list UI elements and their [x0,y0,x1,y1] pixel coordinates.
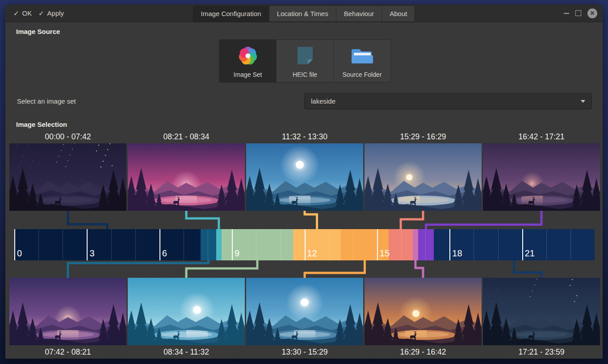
hour-tick [135,229,136,260]
wallpaper-thumbnail[interactable] [365,143,482,211]
maximize-icon[interactable] [575,10,581,16]
lakeside-scene [9,278,126,345]
timeline-connector [305,211,317,229]
hour-tick [353,229,353,260]
hour-tick [38,229,39,260]
hour-label: 15 [380,248,390,259]
wallpaper-thumbnail[interactable] [365,278,482,345]
hour-label: 3 [89,248,94,259]
hour-tick [546,229,547,260]
hour-tick [232,229,233,260]
timeline-connector [426,211,542,229]
sun [412,310,419,317]
sun [296,161,304,169]
timeline-connector [68,260,208,278]
hour-tick [570,229,571,260]
apply-button[interactable]: ✓ Apply [36,4,67,22]
hour-label: 21 [525,248,535,259]
time-range-label: 00:00 - 07:42 [9,131,126,142]
hour-tick [522,229,523,260]
lakeside-scene [246,143,363,211]
image-set-icon [236,44,260,67]
close-icon[interactable]: ✕ [587,8,597,18]
source-folder-icon [350,44,374,67]
source-button-label: Image Set [234,71,262,78]
hour-tick [449,229,450,260]
ok-button-label: OK [22,9,32,17]
lakeside-scene [128,143,245,211]
minimize-icon[interactable] [564,13,569,14]
app-window: ✓ OK ✓ Apply Image ConfigurationLocation… [5,4,603,359]
source-button-source-folder[interactable]: Source Folder [334,40,390,82]
time-range-label: 08:21 - 08:34 [128,131,245,142]
timeline-segment [418,229,434,260]
image-set-dropdown[interactable]: lakeside [304,93,592,109]
hour-tick [305,229,306,260]
check-icon: ✓ [13,9,19,17]
tab-location-times[interactable]: Location & Times [269,6,336,21]
lakeside-scene [365,278,482,345]
sun [193,306,201,314]
titlebar: ✓ OK ✓ Apply Image ConfigurationLocation… [5,4,603,22]
timeline-connector [401,211,423,229]
tab-image-configuration[interactable]: Image Configuration [193,6,269,21]
heic-file-icon [294,44,317,67]
hour-tick [159,229,160,260]
time-range-label: 16:29 - 16:42 [365,347,482,357]
timeline-segment [201,229,216,260]
tab-about[interactable]: About [382,6,415,21]
wallpaper-thumbnail[interactable] [128,143,245,211]
lakeside-scene [9,143,126,211]
hour-tick [401,229,402,260]
timeline-segment [413,229,418,260]
check-icon: ✓ [38,9,44,17]
image-source-heading: Image Source [16,28,60,35]
tab-bar: Image ConfigurationLocation & TimesBehav… [193,5,415,22]
hour-tick [111,229,112,260]
timeline-connector [305,260,365,278]
hour-tick [14,229,15,260]
source-button-heic-file[interactable]: HEIC file [277,40,334,82]
hour-label: 0 [17,248,22,259]
timeline-connector [186,260,257,278]
hour-tick [87,229,88,260]
wallpaper-thumbnail[interactable] [483,143,600,211]
wallpaper-thumbnail[interactable] [128,278,245,345]
time-range-label: 07:42 - 08:21 [9,347,126,357]
sun [406,174,412,180]
hour-tick [377,229,378,260]
hour-label: 12 [307,248,317,259]
tab-behaviour[interactable]: Behaviour [336,6,382,21]
hour-label: 9 [235,248,239,259]
timeline-connector [415,260,423,278]
ok-button[interactable]: ✓ OK [11,4,34,22]
timeline-segment [14,229,201,260]
hour-tick [498,229,499,260]
wallpaper-thumbnail[interactable] [246,143,363,211]
timeline-connector [514,260,541,278]
hour-label: 18 [452,248,462,259]
hour-tick [208,229,208,260]
apply-button-label: Apply [47,9,64,17]
hour-label: 6 [162,248,167,259]
lakeside-scene [483,143,600,211]
image-selection-heading: Image Selection [16,121,67,128]
image-set-dropdown-value: lakeside [311,97,581,105]
hour-tick [184,229,184,260]
image-source-button-group: Image Set HEIC file Source Folder [219,39,391,83]
hour-tick [425,229,426,260]
wallpaper-thumbnail[interactable] [483,278,600,345]
wallpaper-thumbnail[interactable] [9,278,126,345]
wallpaper-thumbnail[interactable] [9,143,126,211]
wallpaper-thumbnail[interactable] [246,278,363,345]
source-button-label: HEIC file [293,71,317,78]
lakeside-scene [365,143,482,211]
time-range-label: 17:21 - 23:59 [483,347,600,357]
chevron-down-icon [581,100,585,103]
hour-tick [256,229,256,260]
lakeside-scene [246,278,363,345]
lakeside-scene [483,278,600,345]
hour-tick [329,229,329,260]
source-button-image-set[interactable]: Image Set [219,40,277,82]
select-image-set-label: Select an image set [17,97,76,105]
